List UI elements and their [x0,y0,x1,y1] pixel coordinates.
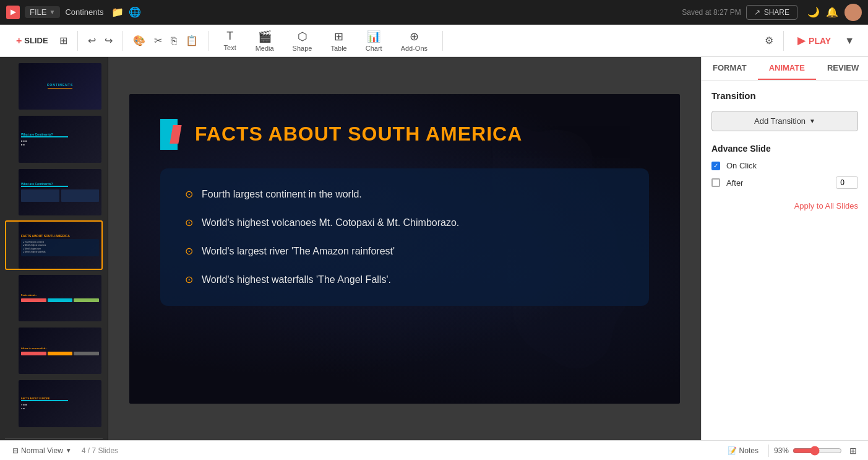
right-panel-tabs: FORMAT ANIMATE REVIEW [702,57,868,80]
settings-icon-area: ⚙ [761,32,777,49]
format-section: 🎨 ✂ ⎘ 📋 [129,32,202,49]
text-button[interactable]: T Text [215,26,246,55]
divider3 [208,31,208,51]
addons-button[interactable]: ⊕ Add-Ons [392,26,436,56]
top-bar: ▶ FILE ▼ Continents 📁 🌐 Saved at 8:27 PM… [0,0,868,25]
fact-text-1: Fourth largest continent in the world. [202,187,362,202]
after-option: After [711,176,858,189]
play-icon: ▶ [797,35,805,46]
cut-button[interactable]: ✂ [150,32,166,49]
slide-thumb-5[interactable]: 5 Facts about... [5,274,103,323]
canvas-area: FACTS ABOUT SOUTH AMERICA ⊙ Fourth large… [108,57,701,440]
main-layout: 1 CONTINENTS 2 What are Continents? ■ ■ … [0,57,868,440]
right-panel: FORMAT ANIMATE REVIEW Transition Add Tra… [701,57,868,440]
after-value-input[interactable] [836,176,858,189]
bullet-2: ⊙ [185,217,193,228]
share-icon: ↗ [754,8,760,17]
slide-title: FACTS ABOUT SOUTH AMERICA [195,123,522,145]
paste-button[interactable]: 📋 [182,32,202,49]
chart-button[interactable]: 📊 Chart [357,26,391,56]
file-menu-button[interactable]: FILE ▼ [25,6,60,18]
share-button[interactable]: ↗ SHARE [746,5,797,20]
facts-box: ⊙ Fourth largest continent in the world.… [160,168,649,306]
divider1 [77,31,78,51]
grid-view-button[interactable]: ⊞ [56,32,71,49]
transition-heading: Transition [711,90,858,101]
fact-item-2: ⊙ World's highest volcanoes Mt. Cotopaxi… [185,215,624,230]
history-section: ↩ ↪ [84,32,116,49]
folder-icon[interactable]: 📁 [111,6,124,18]
notes-button[interactable]: 📝 Notes [723,445,763,456]
on-click-option: ✓ On Click [711,161,858,170]
slide-preview-7: FACTS ABOUT EUROPE ● ■ ■● ■ [19,380,101,427]
plus-icon: + [16,35,22,46]
slide-preview-4: FACTS ABOUT SOUTH AMERICA ● Fourth large… [19,222,101,268]
add-slide-button[interactable]: + SLIDE [10,33,54,49]
divider4 [442,31,443,51]
header-accent [160,119,185,150]
top-right-icons: 🌙 🔔 [807,4,862,21]
normal-view-icon: ⊟ [12,446,19,455]
bullet-4: ⊙ [185,274,193,285]
slide-thumb-3[interactable]: 3 What are Continents? [5,168,103,217]
fit-screen-button[interactable]: ⊞ [846,445,861,457]
apply-to-all-button[interactable]: Apply to All Slides [711,201,858,210]
media-icon: 🎬 [258,30,272,43]
redo-button[interactable]: ↪ [101,32,116,49]
slide-preview-3: What are Continents? [19,169,101,215]
slide-counter: 4 / 7 Slides [82,446,118,455]
bottom-bar: ⊟ Normal View ▼ 4 / 7 Slides 📝 Notes 93%… [0,440,868,460]
chart-icon: 📊 [367,30,380,43]
bottom-divider [768,445,769,457]
tab-review[interactable]: REVIEW [816,57,868,80]
slide-content: FACTS ABOUT SOUTH AMERICA ⊙ Fourth large… [129,94,680,404]
notification-icon[interactable]: 🔔 [826,6,838,18]
after-checkbox[interactable] [711,178,720,187]
zoom-controls: 93% ⊞ [774,445,861,457]
fact-text-2: World's highest volcanoes Mt. Cotopaxi &… [202,215,459,230]
shape-button[interactable]: ⬡ Shape [284,26,321,56]
tab-format[interactable]: FORMAT [702,57,758,80]
addons-icon: ⊕ [410,30,419,43]
paint-format-button[interactable]: 🎨 [129,32,149,49]
user-avatar[interactable] [844,4,862,21]
transition-section: Transition Add Transition ▼ Advance Slid… [702,80,868,220]
slide-preview-6: Africa is surrounded... [19,328,101,374]
add-transition-button[interactable]: Add Transition ▼ [711,111,858,131]
bullet-1: ⊙ [185,188,193,200]
play-button[interactable]: ▶ PLAY [790,31,838,50]
top-bar-icons: 📁 🌐 [111,6,141,18]
media-button[interactable]: 🎬 Media [247,26,283,56]
fact-item-1: ⊙ Fourth largest continent in the world. [185,187,624,202]
settings-button[interactable]: ⚙ [761,32,777,49]
advance-slide-heading: Advance Slide [711,144,858,154]
tab-animate[interactable]: ANIMATE [758,57,816,80]
copy-button[interactable]: ⎘ [167,33,181,49]
table-button[interactable]: ⊞ Table [322,26,355,56]
toolbar: + SLIDE ⊞ ↩ ↪ 🎨 ✂ ⎘ 📋 T Text 🎬 Media ⬡ S… [0,25,868,57]
slide-thumb-2[interactable]: 2 What are Continents? ■ ■ ■■ ■ [5,115,103,163]
fact-text-3: World's largest river 'The Amazon rainfo… [202,244,395,259]
bullet-3: ⊙ [185,245,193,257]
presentation-name: Continents [65,7,103,17]
slide-thumb-7[interactable]: 7 FACTS ABOUT EUROPE ● ■ ■● ■ [5,379,103,428]
zoom-level-label: 93% [774,446,789,455]
text-icon: T [226,30,233,43]
on-click-checkbox[interactable]: ✓ [711,162,720,170]
fact-item-3: ⊙ World's largest river 'The Amazon rain… [185,244,624,259]
zoom-slider[interactable] [793,446,842,456]
undo-button[interactable]: ↩ [84,32,100,49]
slide-section: + SLIDE ⊞ [10,32,71,49]
globe-icon[interactable]: 🌐 [129,6,141,18]
slide-thumb-1[interactable]: 1 CONTINENTS [5,62,103,111]
slide-thumb-4[interactable]: 4 FACTS ABOUT SOUTH AMERICA ● Fourth lar… [5,220,103,269]
play-dropdown-button[interactable]: ▼ [841,33,858,49]
table-icon: ⊞ [334,30,343,43]
saved-status: Saved at 8:27 PM [682,8,741,17]
normal-view-button[interactable]: ⊟ Normal View ▼ [7,445,77,456]
divider5 [783,31,784,51]
after-label: After [726,178,743,188]
moon-icon[interactable]: 🌙 [807,6,820,18]
slide-thumb-6[interactable]: 6 Africa is surrounded... [5,326,103,375]
fact-text-4: World's highest waterfalls 'The Angel Fa… [202,272,391,287]
